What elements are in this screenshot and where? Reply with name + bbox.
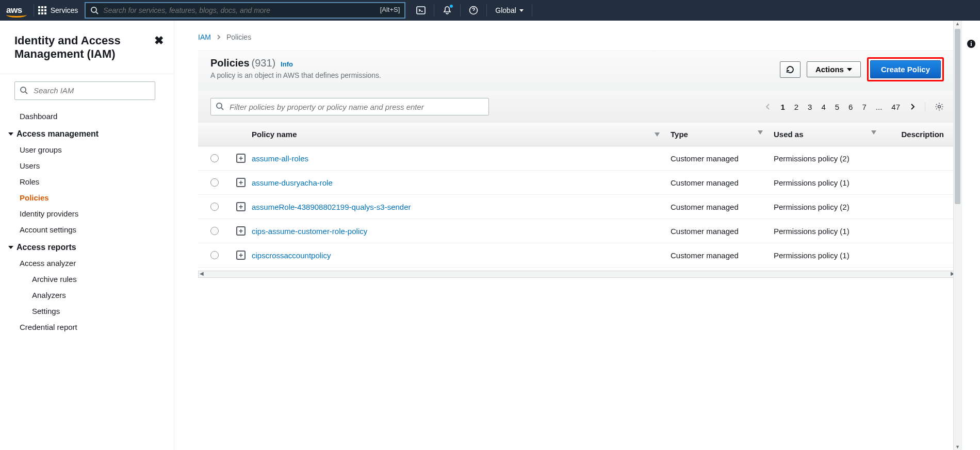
row-radio[interactable]: [210, 178, 219, 187]
policy-used-as-cell: Permissions policy (2): [774, 154, 887, 163]
expand-row-button[interactable]: +: [236, 154, 246, 163]
sidebar-item-analyzers[interactable]: Analyzers: [4, 287, 174, 303]
table-settings-button[interactable]: [925, 102, 944, 111]
create-policy-highlight: Create Policy: [867, 57, 944, 81]
create-policy-button[interactable]: Create Policy: [870, 60, 941, 78]
sidebar-item-dashboard[interactable]: Dashboard: [4, 108, 174, 124]
gear-icon: [935, 102, 944, 111]
sort-icon[interactable]: [654, 132, 660, 137]
row-radio[interactable]: [210, 203, 219, 211]
policy-name-link[interactable]: assume-all-roles: [252, 154, 308, 163]
services-label: Services: [51, 6, 78, 14]
expand-row-button[interactable]: +: [236, 251, 246, 260]
sidebar-item-access-analyzer[interactable]: Access analyzer: [4, 255, 174, 271]
policy-name-link[interactable]: assumeRole-438908802199-qualys-s3-sender: [252, 203, 411, 211]
search-icon: [216, 102, 224, 110]
policies-table: Policy name Type Used as Description +as…: [198, 123, 956, 268]
chevron-down-icon: [847, 68, 852, 71]
sidebar-item-user-groups[interactable]: User groups: [4, 142, 174, 158]
vertical-scrollbar[interactable]: [953, 21, 961, 450]
svg-point-8: [938, 106, 941, 108]
pager-page-5[interactable]: 5: [835, 103, 839, 111]
breadcrumb-root[interactable]: IAM: [198, 33, 211, 41]
table-row: +assume-all-rolesCustomer managedPermiss…: [198, 146, 956, 171]
filter-bar: 1 2 3 4 5 6 7 ... 47: [198, 91, 956, 123]
sidebar-item-credential-report[interactable]: Credential report: [4, 319, 174, 335]
svg-line-5: [25, 92, 27, 94]
info-link[interactable]: Info: [281, 60, 293, 68]
row-radio[interactable]: [210, 227, 219, 235]
refresh-button[interactable]: [780, 61, 801, 78]
actions-dropdown-button[interactable]: Actions: [807, 61, 861, 77]
policy-type-cell: Customer managed: [671, 178, 774, 187]
pager-page-7[interactable]: 7: [862, 103, 866, 111]
column-header-used-as[interactable]: Used as: [774, 130, 804, 139]
pager-prev-button[interactable]: [765, 103, 771, 110]
policy-used-as-cell: Permissions policy (1): [774, 227, 887, 236]
policy-name-link[interactable]: assume-dusryacha-role: [252, 178, 333, 187]
sidebar-group-access-reports[interactable]: Access reports: [4, 238, 174, 255]
pager-next-button[interactable]: [909, 103, 916, 110]
table-header-row: Policy name Type Used as Description: [198, 123, 956, 146]
expand-row-button[interactable]: +: [236, 226, 246, 236]
pager-page-3[interactable]: 3: [808, 103, 812, 111]
refresh-icon: [786, 65, 795, 74]
policy-type-cell: Customer managed: [671, 227, 774, 236]
page-description: A policy is an object in AWS that define…: [210, 71, 381, 79]
sidebar-item-roles[interactable]: Roles: [4, 174, 174, 190]
sort-icon[interactable]: [757, 130, 763, 135]
policy-count: (931): [252, 57, 276, 69]
global-search-input[interactable]: [85, 3, 405, 18]
sort-icon[interactable]: [871, 130, 877, 135]
sidebar-item-policies[interactable]: Policies: [4, 190, 174, 206]
sidebar-item-account-settings[interactable]: Account settings: [4, 222, 174, 238]
policy-used-as-cell: Permissions policy (2): [774, 203, 887, 211]
expand-row-button[interactable]: +: [236, 202, 246, 211]
cloudshell-button[interactable]: [412, 6, 430, 15]
notifications-button[interactable]: [438, 6, 456, 15]
pager-page-last[interactable]: 47: [891, 103, 900, 111]
sidebar-item-archive-rules[interactable]: Archive rules: [4, 271, 174, 287]
chevron-down-icon: [519, 9, 524, 12]
table-row: +assume-dusryacha-roleCustomer managedPe…: [198, 171, 956, 195]
table-row: +cips-assume-customer-role-policyCustome…: [198, 219, 956, 243]
chevron-down-icon: [8, 246, 13, 249]
close-sidebar-button[interactable]: ✖: [154, 34, 164, 47]
policy-filter-input[interactable]: [210, 98, 489, 115]
pager-page-2[interactable]: 2: [794, 103, 798, 111]
row-radio[interactable]: [210, 251, 219, 259]
region-label: Global: [495, 6, 516, 14]
sidebar: Identity and Access Management (IAM) ✖ D…: [0, 21, 174, 450]
aws-logo[interactable]: aws: [6, 5, 22, 15]
pager-page-1[interactable]: 1: [780, 103, 785, 111]
column-header-policy-name[interactable]: Policy name: [252, 130, 297, 139]
search-icon: [90, 6, 99, 14]
policy-name-link[interactable]: cips-assume-customer-role-policy: [252, 227, 367, 236]
services-menu-button[interactable]: Services: [38, 6, 78, 14]
sidebar-item-settings[interactable]: Settings: [4, 303, 174, 319]
top-navigation: aws Services [Alt+S] Global: [0, 0, 980, 21]
sidebar-item-identity-providers[interactable]: Identity providers: [4, 206, 174, 222]
svg-point-4: [21, 87, 26, 92]
pager-page-4[interactable]: 4: [821, 103, 825, 111]
help-button[interactable]: [465, 6, 482, 15]
policy-name-link[interactable]: cipscrossaccountpolicy: [252, 251, 331, 260]
column-header-description[interactable]: Description: [887, 130, 944, 139]
panel-header: Policies (931) Info A policy is an objec…: [198, 51, 956, 91]
pager-page-6[interactable]: 6: [848, 103, 853, 111]
policy-type-cell: Customer managed: [671, 203, 774, 211]
row-radio[interactable]: [210, 154, 219, 162]
region-selector[interactable]: Global: [491, 6, 527, 14]
horizontal-scrollbar[interactable]: [198, 271, 956, 278]
info-icon[interactable]: i: [967, 39, 976, 450]
sidebar-item-users[interactable]: Users: [4, 158, 174, 174]
divider: [532, 4, 532, 16]
expand-row-button[interactable]: +: [236, 178, 246, 187]
notification-dot-icon: [450, 5, 453, 8]
sidebar-search-input[interactable]: [14, 81, 155, 100]
column-header-type[interactable]: Type: [671, 130, 688, 139]
sidebar-group-access-management[interactable]: Access management: [4, 124, 174, 142]
chevron-down-icon: [8, 132, 13, 136]
breadcrumb-current: Policies: [226, 33, 251, 41]
help-panel-rail: i: [961, 21, 980, 450]
